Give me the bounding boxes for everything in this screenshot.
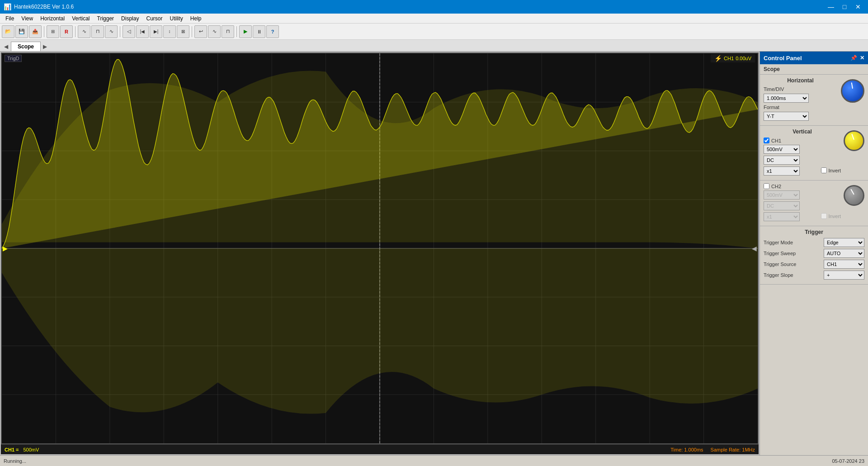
ch2-invert-checkbox[interactable] (821, 213, 827, 219)
tb-ch1-square[interactable]: ⊓ (91, 25, 104, 38)
ch1-controls: Vertical CH1 500mV 50mV 100mV 200mV 1V 2… (764, 128, 841, 177)
time-div-knob[interactable] (841, 79, 864, 103)
menu-help[interactable]: Help (187, 14, 205, 23)
ch2-checkbox[interactable] (764, 183, 769, 189)
scope-tab[interactable]: Scope (11, 42, 41, 51)
tb-open[interactable]: 📂 (2, 25, 14, 38)
sep1 (44, 26, 44, 37)
menu-bar: File View Horizontal Vertical Trigger Di… (0, 14, 868, 24)
scope-status-right: Time: 1.000ms Sample Rate: 1MHz (670, 447, 755, 452)
ch2-probe-row: x1 x10 x100 Invert (764, 212, 841, 221)
tb-help[interactable]: ? (266, 25, 279, 38)
title-text: 📊 Hantek6022BE Ver 1.0.6 (4, 3, 74, 10)
panel-pin-icon[interactable]: 📌 (850, 55, 857, 61)
trigger-source-select[interactable]: CH1 CH2 EXT (824, 260, 864, 269)
tb-export[interactable]: 📤 (29, 25, 42, 38)
tb-reset[interactable]: R (60, 25, 73, 38)
menu-cursor[interactable]: Cursor (142, 14, 166, 23)
menu-utility[interactable]: Utility (166, 14, 186, 23)
tb-cursor4[interactable]: ⊠ (177, 25, 189, 38)
panel-scope-label: Scope (760, 64, 868, 75)
format-label: Format (764, 105, 800, 110)
ch1-coupling-row: DC AC GND (764, 156, 841, 165)
status-datetime: 05-07-2024 23 (832, 458, 864, 464)
ch1-coupling-select[interactable]: DC AC GND (764, 156, 800, 165)
ch1-probe-row: x1 x10 x100 Invert (764, 166, 841, 176)
scope-display: TrigD ⚡ CH1 0.00uV (1, 52, 759, 444)
ch1-voltage-select[interactable]: 500mV 50mV 100mV 200mV 1V 2V 5V (764, 145, 800, 154)
menu-trigger[interactable]: Trigger (94, 14, 118, 23)
tb-cursor2[interactable]: ▶| (150, 25, 162, 38)
menu-vertical[interactable]: Vertical (68, 14, 93, 23)
panel-header-icons: 📌 ✕ (850, 55, 864, 61)
tab-prev[interactable]: ◀ (2, 42, 10, 51)
tab-next[interactable]: ▶ (41, 42, 49, 51)
menu-view[interactable]: View (18, 14, 37, 23)
tb-ch2-sine[interactable]: ∿ (105, 25, 118, 38)
time-div-row: Time/DIV (764, 86, 837, 92)
ch2-level-arrow[interactable]: ◀ (752, 245, 757, 252)
tb-cursor3[interactable]: ↕ (163, 25, 176, 38)
trigger-sweep-label: Trigger Sweep (764, 251, 804, 256)
ch2-position-knob[interactable] (844, 185, 864, 206)
ch1-bottom-voltage: 500mV (24, 447, 39, 452)
tb-pause[interactable]: ⏸ (253, 25, 265, 38)
ch1-checkbox-label[interactable]: CH1 (771, 138, 781, 143)
ch1-knob-container (844, 130, 864, 151)
trigger-mode-row: Trigger Mode Edge Pulse Video Slope (764, 238, 864, 247)
ch1-invert-checkbox[interactable] (821, 167, 827, 173)
menu-file[interactable]: File (2, 14, 18, 23)
tb-play[interactable]: ▶ (239, 25, 252, 38)
trigger-slope-label: Trigger Slope (764, 272, 804, 278)
ch2-voltage-row: 500mV 50mV 100mV (764, 190, 841, 200)
maximize-button[interactable]: □ (838, 2, 851, 12)
panel-close-icon[interactable]: ✕ (860, 55, 864, 61)
vertical-ch2-section: CH2 500mV 50mV 100mV DC AC GND (760, 181, 868, 226)
ch1-invert-label[interactable]: Invert (828, 168, 841, 173)
time-div-select[interactable]: 1.000ms 100us 200us 500us 2.000ms 5.000m… (764, 94, 809, 103)
ch2-coupling-select[interactable]: DC AC GND (764, 201, 800, 210)
vertical-title: Vertical (764, 128, 841, 135)
sep2 (75, 26, 75, 37)
trigger-slope-select[interactable]: + - (824, 271, 864, 280)
ch2-checkbox-label[interactable]: CH2 (771, 184, 781, 189)
close-button[interactable]: ✕ (852, 2, 864, 12)
tb-measure[interactable]: ⊞ (47, 25, 59, 38)
tb-cursor1[interactable]: |◀ (136, 25, 149, 38)
trigger-source-label: Trigger Source (764, 262, 804, 267)
scope-status-left: CH1 = 500mV (5, 447, 39, 452)
ch1-position-knob[interactable] (844, 130, 864, 151)
ch1-badge: CH1 (724, 56, 734, 61)
toolbar: 📂 💾 📤 ⊞ R ∿ ⊓ ∿ ◁ |◀ ▶| ↕ ⊠ ↩ ∿ ⊓ ▶ ⏸ ? (0, 24, 868, 40)
status-running: Running... (4, 458, 26, 464)
tb-undo[interactable]: ↩ (194, 25, 207, 38)
ch1-level-arrow[interactable]: ▶ (3, 245, 8, 252)
tb-save[interactable]: 💾 (15, 25, 28, 38)
status-bar: Running... 05-07-2024 23 (0, 455, 868, 466)
trigger-mode-select[interactable]: Edge Pulse Video Slope (824, 238, 864, 247)
tb-wave-sin[interactable]: ∿ (208, 25, 221, 38)
menu-display[interactable]: Display (118, 14, 142, 23)
ch2-probe-select[interactable]: x1 x10 x100 (764, 212, 800, 221)
trigger-mode-label: Trigger Mode (764, 240, 804, 245)
format-select[interactable]: Y-T X-Y (764, 112, 809, 121)
tb-cursor-arrow[interactable]: ◁ (123, 25, 135, 38)
ch1-checkbox[interactable] (764, 138, 769, 143)
menu-horizontal[interactable]: Horizontal (37, 14, 68, 23)
format-select-row: Y-T X-Y (764, 112, 837, 121)
knob-marker (851, 82, 853, 89)
trig-indicator: TrigD (5, 55, 22, 62)
tb-ch1-sine[interactable]: ∿ (78, 25, 90, 38)
ch2-voltage-select[interactable]: 500mV 50mV 100mV (764, 190, 800, 200)
ch1-probe-select[interactable]: x1 x10 x100 (764, 166, 800, 176)
ch1-dot-icon: ⚡ (714, 55, 722, 62)
trigger-sweep-select[interactable]: AUTO Normal Single (824, 249, 864, 258)
tb-wave-sq[interactable]: ⊓ (222, 25, 234, 38)
panel-title: Control Panel (764, 55, 802, 62)
ch1-enable-row: CH1 (764, 138, 841, 143)
minimize-button[interactable]: — (825, 2, 837, 12)
ch2-controls: CH2 500mV 50mV 100mV DC AC GND (764, 183, 841, 223)
trigger-sweep-row: Trigger Sweep AUTO Normal Single (764, 249, 864, 258)
horizontal-section: Horizontal Time/DIV 1.000ms 100us 200us … (760, 75, 868, 126)
time-div-label: Time/DIV (764, 86, 800, 92)
